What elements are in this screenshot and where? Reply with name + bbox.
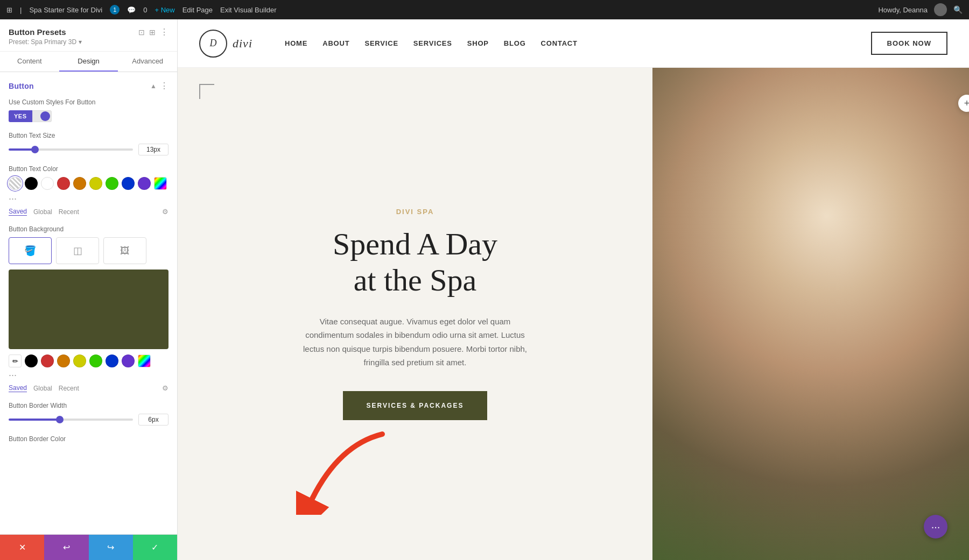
site-menu: HOME ABOUT SERVICE SERVICES SHOP BLOG CO… (285, 39, 871, 47)
menu-shop[interactable]: SHOP (467, 39, 489, 47)
bg-color-option[interactable]: 🪣 (9, 237, 52, 264)
background-label: Button Background (9, 225, 168, 233)
book-now-button[interactable]: BOOK NOW (871, 32, 947, 55)
section-collapse-icon[interactable]: ▲ (150, 82, 157, 90)
bg-color-tab-global[interactable]: Global (33, 385, 52, 392)
bg-color-green[interactable] (89, 355, 102, 367)
menu-services[interactable]: SERVICES (413, 39, 452, 47)
color-tabs: Saved Global Recent ⚙ (9, 208, 168, 216)
color-black[interactable] (25, 177, 38, 190)
background-field: Button Background 🪣 ◫ 🖼 ✏ (9, 225, 168, 392)
notif-count[interactable]: 1 (110, 5, 120, 15)
search-icon[interactable]: 🔍 (953, 5, 963, 14)
toggle-yes-label: YES (9, 110, 32, 122)
border-width-input[interactable]: 6px (138, 414, 168, 426)
panel-preset[interactable]: Preset: Spa Primary 3D ▾ (9, 38, 168, 46)
text-color-label: Button Text Color (9, 165, 168, 173)
hero-cta-button[interactable]: SERVICES & PACKAGES (343, 391, 488, 420)
bg-color-tab-saved[interactable]: Saved (9, 384, 27, 392)
redo-button[interactable]: ↪ (89, 535, 133, 560)
bg-image-icon: 🖼 (120, 245, 130, 257)
red-arrow-indicator (296, 429, 393, 517)
panel-tabs: Content Design Advanced (0, 52, 177, 72)
edit-page-link[interactable]: Edit Page (182, 6, 213, 14)
comment-icon[interactable]: 💬 (127, 6, 136, 14)
hero-left: DIVI SPA Spend A Day at the Spa Vitae co… (178, 68, 652, 560)
wordpress-icon[interactable]: ⊞ (6, 6, 12, 14)
panel-header: Button Presets ⊡ ⊞ ⋮ Preset: Spa Primary… (0, 19, 177, 52)
custom-styles-toggle[interactable]: YES (9, 110, 168, 122)
save-button[interactable]: ✓ (133, 535, 177, 560)
color-custom-picker[interactable] (154, 177, 167, 190)
menu-blog[interactable]: BLOG (504, 39, 526, 47)
tab-design[interactable]: Design (59, 52, 118, 72)
section-title: Button (9, 82, 34, 90)
bg-color-orange[interactable] (57, 355, 70, 367)
left-panel: Button Presets ⊡ ⊞ ⋮ Preset: Spa Primary… (0, 19, 178, 560)
bg-color-settings-icon[interactable]: ⚙ (162, 384, 168, 392)
menu-contact[interactable]: CONTACT (541, 39, 578, 47)
bg-color-red[interactable] (41, 355, 54, 367)
border-color-label: Button Border Color (9, 435, 168, 443)
color-white[interactable] (41, 177, 54, 190)
panel-layout-icon[interactable]: ⊞ (149, 28, 156, 37)
tab-advanced[interactable]: Advanced (118, 52, 177, 72)
logo-text: divi (233, 37, 252, 51)
bg-color-tabs: Saved Global Recent ⚙ (9, 384, 168, 392)
bg-color-black[interactable] (25, 355, 38, 367)
cancel-button[interactable]: ✕ (0, 535, 44, 560)
panel-menu-icon[interactable]: ⋮ (160, 27, 168, 37)
custom-styles-field: Use Custom Styles For Button YES (9, 98, 168, 122)
user-avatar[interactable] (934, 3, 947, 16)
bg-color-blue[interactable] (106, 355, 118, 367)
color-tab-global[interactable]: Global (33, 208, 52, 216)
bg-more-swatches-icon[interactable]: ··· (9, 370, 17, 381)
hero-body: Vitae consequat augue. Vivamus eget dolo… (302, 315, 528, 370)
border-width-thumb[interactable] (56, 416, 64, 423)
border-color-field: Button Border Color (9, 435, 168, 443)
hero-person-image (652, 68, 969, 560)
text-size-slider[interactable] (9, 148, 133, 151)
toggle-slider[interactable] (32, 110, 52, 122)
comment-count: 0 (143, 6, 147, 14)
bg-color-tab-recent[interactable]: Recent (59, 385, 79, 392)
color-orange[interactable] (73, 177, 86, 190)
color-red[interactable] (57, 177, 70, 190)
tab-content[interactable]: Content (0, 52, 59, 72)
hero-section: DIVI SPA Spend A Day at the Spa Vitae co… (178, 68, 969, 560)
color-tab-saved[interactable]: Saved (9, 208, 27, 216)
color-yellow[interactable] (89, 177, 102, 190)
bg-edit-icon[interactable]: ✏ (9, 355, 22, 367)
color-purple[interactable] (138, 177, 151, 190)
exit-builder-link[interactable]: Exit Visual Builder (220, 6, 277, 14)
color-settings-icon[interactable]: ⚙ (162, 208, 168, 216)
section-options-icon[interactable]: ⋮ (160, 81, 168, 91)
hero-subtitle: DIVI SPA (396, 208, 434, 216)
menu-about[interactable]: ABOUT (322, 39, 349, 47)
bg-color-custom-picker[interactable] (138, 355, 151, 367)
border-width-slider[interactable] (9, 419, 133, 421)
menu-service[interactable]: SERVICE (364, 39, 398, 47)
color-tab-recent[interactable]: Recent (59, 208, 79, 216)
color-blue[interactable] (122, 177, 135, 190)
text-size-thumb[interactable] (31, 146, 39, 153)
bg-image-option[interactable]: 🖼 (103, 237, 146, 264)
site-name[interactable]: Spa Starter Site for Divi (29, 6, 102, 14)
panel-resize-icon[interactable]: ⊡ (138, 28, 145, 37)
preset-chevron-icon: ▾ (79, 38, 82, 46)
menu-home[interactable]: HOME (285, 39, 307, 47)
bg-color-yellow[interactable] (73, 355, 86, 367)
color-transparent[interactable] (9, 177, 22, 190)
main-area: D divi HOME ABOUT SERVICE SERVICES SHOP … (178, 19, 969, 560)
more-swatches-icon[interactable]: ··· (9, 193, 17, 204)
floating-menu-button[interactable]: ··· (924, 515, 947, 538)
corner-decoration (199, 84, 214, 99)
bg-color-purple[interactable] (122, 355, 135, 367)
text-color-field: Button Text Color ··· Sav (9, 165, 168, 216)
new-button[interactable]: + New (155, 6, 174, 14)
text-size-input[interactable]: 13px (138, 144, 168, 155)
bg-gradient-option[interactable]: ◫ (56, 237, 99, 264)
undo-button[interactable]: ↩ (44, 535, 88, 560)
color-green[interactable] (106, 177, 118, 190)
background-preview (9, 270, 168, 349)
